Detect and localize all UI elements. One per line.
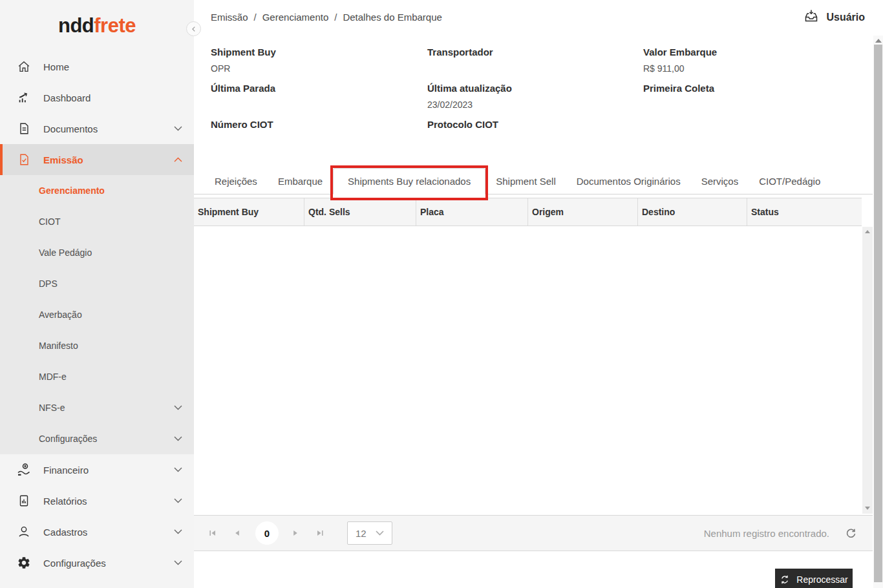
- column-header-shipment-buy[interactable]: Shipment Buy: [194, 198, 304, 226]
- breadcrumb-item-emissao[interactable]: Emissão: [211, 12, 248, 23]
- sidebar-item-emissao-configuracoes[interactable]: Configurações: [0, 423, 194, 454]
- sub-item-label: Configurações: [39, 434, 97, 444]
- field-ultima-parada: Última Parada: [211, 83, 427, 111]
- sidebar-item-ciot[interactable]: CIOT: [0, 206, 194, 237]
- empty-message: Nenhum registro encontrado.: [704, 528, 829, 539]
- detail-tabs: Rejeições Embarque Shipments Buy relacio…: [194, 169, 873, 194]
- sidebar-item-financeiro[interactable]: Financeiro: [0, 454, 194, 485]
- sidebar-item-label: Configurações: [43, 558, 106, 569]
- column-header-qtd-sells[interactable]: Qtd. Sells: [304, 198, 416, 226]
- dashboard-icon: [16, 90, 32, 105]
- report-icon: [16, 494, 32, 508]
- sidebar-item-label: Cadastros: [43, 527, 87, 538]
- field-label: Primeira Coleta: [643, 83, 857, 94]
- field-label: Última atualização: [427, 83, 643, 94]
- chevron-left-icon: [191, 26, 197, 32]
- reprocess-label: Reprocessar: [796, 574, 847, 585]
- previous-page-button[interactable]: [229, 525, 245, 541]
- chevron-down-icon: [174, 436, 182, 441]
- tab-servicos[interactable]: Serviços: [691, 168, 749, 194]
- field-value: [211, 100, 427, 111]
- user-label: Usuário: [826, 12, 865, 23]
- field-label: Protocolo CIOT: [427, 119, 643, 130]
- field-transportador: Transportador: [427, 47, 643, 75]
- field-value: [427, 63, 643, 75]
- current-page-indicator[interactable]: 0: [255, 521, 279, 545]
- chevron-down-icon: [174, 126, 182, 131]
- sidebar-collapse-button[interactable]: [186, 21, 201, 36]
- reprocess-button[interactable]: Reprocessar: [775, 569, 853, 588]
- page-size-select[interactable]: 12: [347, 521, 392, 545]
- tab-embarque[interactable]: Embarque: [268, 168, 333, 194]
- table-scrollbar[interactable]: [862, 227, 873, 514]
- logo-frete: frete: [94, 14, 136, 37]
- field-value: OPR: [211, 63, 427, 75]
- tab-ciot-pedagio[interactable]: CIOT/Pedágio: [749, 168, 831, 194]
- sidebar-item-label: Documentos: [43, 123, 98, 134]
- column-header-status[interactable]: Status: [747, 198, 862, 226]
- scrollbar-thumb[interactable]: [874, 45, 882, 582]
- field-value: [427, 136, 643, 147]
- column-header-placa[interactable]: Placa: [416, 198, 527, 226]
- sidebar-item-label: Dashboard: [43, 92, 90, 103]
- sidebar-item-mdfe[interactable]: MDF-e: [0, 361, 194, 392]
- sidebar-item-gerenciamento[interactable]: Gerenciamento: [0, 175, 194, 206]
- field-label: Número CIOT: [211, 119, 427, 130]
- sub-item-label: Averbação: [39, 310, 82, 320]
- chevron-down-icon: [174, 405, 182, 410]
- sidebar-item-vale-pedagio[interactable]: Vale Pedágio: [0, 237, 194, 268]
- first-page-button[interactable]: [205, 525, 220, 541]
- sidebar-item-home[interactable]: Home: [0, 51, 194, 82]
- sidebar-item-dashboard[interactable]: Dashboard: [0, 82, 194, 113]
- sidebar-item-dps[interactable]: DPS: [0, 268, 194, 299]
- breadcrumb-item-gerenciamento[interactable]: Gerenciamento: [262, 12, 329, 23]
- user-menu[interactable]: Usuário: [803, 8, 865, 26]
- sidebar-item-emissao[interactable]: Emissão: [0, 144, 194, 175]
- page-scrollbar[interactable]: [873, 36, 883, 588]
- next-page-icon: [291, 529, 300, 538]
- sub-item-label: Gerenciamento: [39, 185, 105, 196]
- field-value: [211, 136, 427, 147]
- sync-icon: [780, 574, 790, 585]
- brand-logo: nddfrete: [0, 0, 194, 51]
- field-ultima-atualizacao: Última atualização 23/02/2023: [427, 83, 643, 111]
- sub-item-label: Vale Pedágio: [39, 247, 92, 258]
- tab-shipments-buy-relacionados[interactable]: Shipments Buy relacionados: [333, 168, 485, 194]
- chevron-down-icon: [174, 529, 182, 534]
- refresh-button[interactable]: [845, 527, 857, 540]
- sidebar-item-cadastros[interactable]: Cadastros: [0, 516, 194, 547]
- sidebar-item-label: Relatórios: [43, 496, 87, 507]
- sidebar-item-label: Home: [43, 61, 69, 72]
- scroll-up-icon[interactable]: [875, 39, 882, 43]
- scroll-up-icon[interactable]: [865, 230, 870, 233]
- sidebar-item-nfse[interactable]: NFS-e: [0, 392, 194, 423]
- sub-item-label: CIOT: [39, 216, 60, 227]
- field-numero-ciot: Número CIOT: [211, 119, 427, 147]
- document-icon: [16, 121, 32, 136]
- sidebar: nddfrete Home Dashboard Documentos: [0, 0, 194, 588]
- chevron-down-icon: [376, 530, 384, 536]
- sidebar-item-manifesto[interactable]: Manifesto: [0, 330, 194, 361]
- tab-documentos-originarios[interactable]: Documentos Originários: [566, 168, 691, 194]
- person-icon: [16, 525, 32, 539]
- sidebar-item-averbacao[interactable]: Averbação: [0, 299, 194, 330]
- field-label: Valor Embarque: [643, 47, 857, 58]
- sub-item-label: NFS-e: [39, 403, 65, 413]
- breadcrumb-item-detalhes: Detalhes do Embarque: [343, 12, 442, 23]
- next-page-button[interactable]: [288, 525, 303, 541]
- sidebar-item-documentos[interactable]: Documentos: [0, 113, 194, 144]
- tab-rejeicoes[interactable]: Rejeições: [204, 168, 268, 194]
- column-header-destino[interactable]: Destino: [637, 198, 747, 226]
- scroll-down-icon[interactable]: [865, 507, 870, 510]
- field-label: Última Parada: [211, 83, 427, 94]
- column-header-origem[interactable]: Origem: [527, 198, 637, 226]
- tab-shipment-sell[interactable]: Shipment Sell: [485, 168, 566, 194]
- pagination-bar: 0 12 Nenhum registro encontrado.: [194, 515, 873, 551]
- last-page-button[interactable]: [312, 525, 328, 541]
- sidebar-item-relatorios[interactable]: Relatórios: [0, 485, 194, 516]
- breadcrumb: Emissão/Gerenciamento/Detalhes do Embarq…: [211, 12, 442, 23]
- table-header-row: Shipment Buy Qtd. Sells Placa Origem Des…: [194, 198, 862, 226]
- sidebar-item-label: Financeiro: [43, 465, 89, 476]
- sidebar-item-configuracoes[interactable]: Configurações: [0, 547, 194, 578]
- last-page-icon: [315, 529, 324, 538]
